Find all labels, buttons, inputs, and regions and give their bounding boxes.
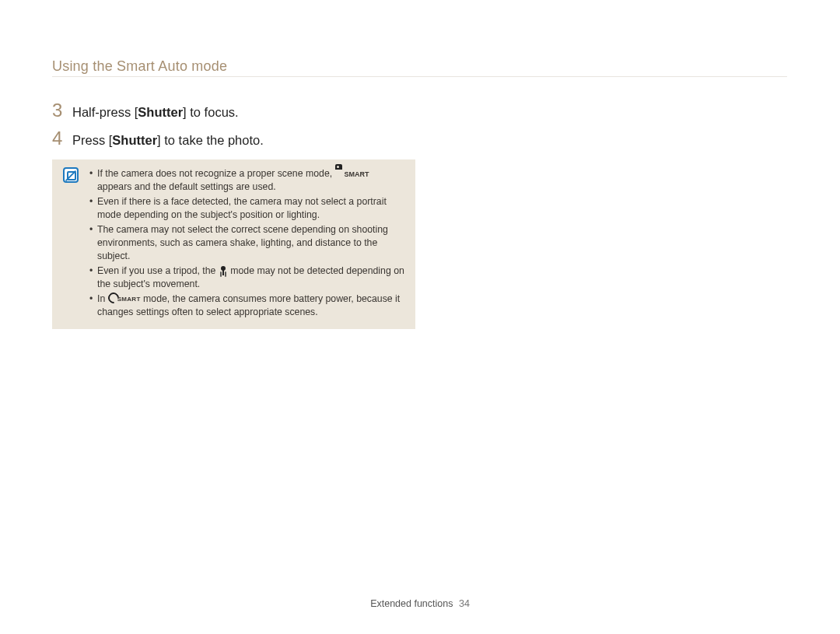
step-bold: Shutter — [112, 133, 157, 147]
step-number: 3 — [52, 100, 72, 121]
page-footer: Extended functions 34 — [0, 598, 840, 609]
note-text: Even if there is a face detected, the ca… — [97, 196, 387, 220]
note-item: Even if you use a tripod, the mode may n… — [89, 264, 404, 290]
note-item: The camera may not select the correct sc… — [89, 223, 404, 262]
step-post: ] to focus. — [183, 105, 239, 119]
smart-camera-icon: SMART — [335, 170, 369, 179]
note-list: If the camera does not recognize a prope… — [89, 167, 404, 321]
note-item: If the camera does not recognize a prope… — [89, 167, 404, 193]
step-text: Press [Shutter] to take the photo. — [72, 133, 264, 148]
note-item: In SMART mode, the camera consumes more … — [89, 292, 404, 318]
tripod-icon — [219, 266, 228, 277]
step-4: 4 Press [Shutter] to take the photo. — [52, 128, 264, 149]
step-3: 3 Half-press [Shutter] to focus. — [52, 100, 264, 121]
note-icon — [63, 167, 79, 183]
c-smart-icon: SMART — [108, 296, 141, 304]
step-text: Half-press [Shutter] to focus. — [72, 105, 239, 120]
note-box: If the camera does not recognize a prope… — [52, 159, 415, 329]
footer-section: Extended functions — [370, 598, 453, 609]
note-text-a: If the camera does not recognize a prope… — [97, 168, 335, 179]
step-post: ] to take the photo. — [157, 133, 264, 147]
page-title: Using the Smart Auto mode — [52, 58, 227, 75]
steps-list: 3 Half-press [Shutter] to focus. 4 Press… — [52, 100, 264, 156]
step-pre: Half-press [ — [72, 105, 138, 119]
footer-page-number: 34 — [459, 598, 470, 609]
title-underline — [52, 76, 787, 77]
step-bold: Shutter — [138, 105, 183, 119]
note-text-b: appears and the default settings are use… — [97, 181, 276, 192]
note-text-a: In — [97, 293, 108, 304]
note-text-b: mode, the camera consumes more battery p… — [97, 293, 400, 317]
note-text-a: Even if you use a tripod, the — [97, 265, 219, 276]
step-number: 4 — [52, 128, 72, 149]
step-pre: Press [ — [72, 133, 112, 147]
note-text: The camera may not select the correct sc… — [97, 224, 388, 261]
note-item: Even if there is a face detected, the ca… — [89, 195, 404, 221]
